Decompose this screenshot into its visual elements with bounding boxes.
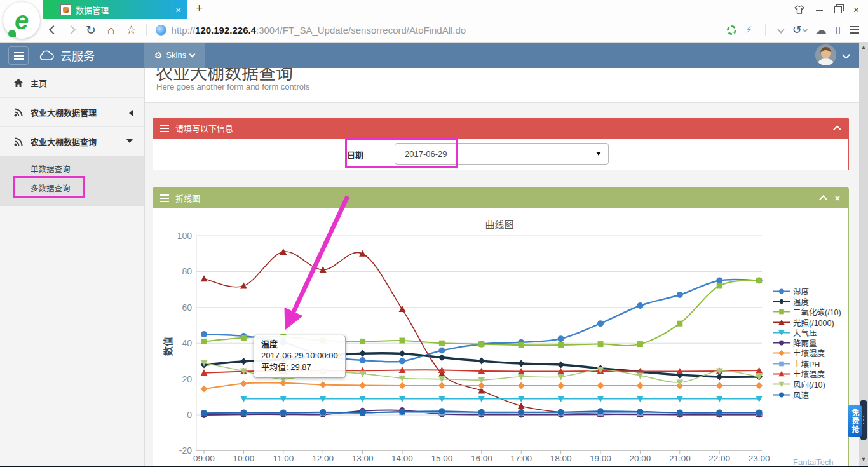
chart-panel-title: 折线图 [175, 192, 200, 204]
legend-item[interactable]: 土壤温度 [773, 369, 841, 379]
svg-text:80: 80 [182, 266, 192, 276]
svg-text:曲线图: 曲线图 [485, 219, 513, 230]
sidebar-item-label: 农业大棚数据查询 [31, 135, 97, 147]
url-text[interactable]: http://120.192.226.4:3004/FT_SA_Update/s… [172, 25, 466, 36]
skins-dropdown[interactable]: ⚙ Skins [144, 42, 205, 68]
legend-item[interactable]: 风向(/10) [773, 379, 841, 389]
sidebar-item-label: 主页 [31, 77, 47, 89]
form-panel-header[interactable]: 请填写以下信息 [153, 118, 849, 139]
svg-text:100: 100 [177, 231, 193, 241]
back-icon[interactable] [50, 25, 57, 35]
svg-text:0: 0 [187, 410, 192, 420]
chart-panel-header[interactable]: 折线图 × [153, 187, 849, 208]
tab-title: 数据管理 [76, 4, 175, 16]
scroll-up-icon[interactable]: ▲ [859, 44, 868, 50]
svg-text:12:00: 12:00 [312, 454, 334, 463]
refresh-icon[interactable]: ↻ [86, 24, 96, 36]
url-protocol: http:// [172, 25, 196, 36]
scroll-down-icon[interactable]: ▼ [859, 456, 868, 463]
sidebar-item-data-manage[interactable]: 农业大棚数据管理 [0, 98, 144, 127]
undo-icon[interactable]: ↺ [792, 23, 807, 37]
address-bar: ↻ ⌂ ☆ http://120.192.226.4:3004/FT_SA_Up… [44, 19, 868, 41]
sidebar-subitem-multi-query[interactable]: 多数据查询 [0, 179, 144, 198]
rss-icon [14, 137, 23, 146]
svg-text:18:00: 18:00 [550, 454, 572, 463]
legend-item[interactable]: 温度 [773, 296, 841, 306]
panel-close-icon[interactable]: × [835, 194, 840, 203]
sidebar-subitem-single-query[interactable]: 单数据查询 [0, 160, 144, 179]
window-close-icon[interactable]: × [853, 6, 859, 14]
skin-shirt-icon[interactable] [794, 5, 804, 15]
tab-close-icon[interactable]: × [175, 4, 181, 15]
minimize-icon[interactable] [816, 10, 823, 11]
legend-marker-icon [773, 287, 790, 295]
tooltip-value: 平均值: 29.87 [261, 362, 338, 373]
legend-marker-icon [773, 328, 790, 337]
bookmark-star-icon[interactable]: ☆ [126, 24, 136, 36]
collapse-chevron-icon[interactable] [819, 195, 827, 203]
home-icon[interactable]: ⌂ [107, 24, 114, 36]
legend-item[interactable]: 风速 [773, 389, 841, 400]
svg-text:19:00: 19:00 [590, 454, 611, 463]
forward-icon[interactable] [68, 25, 74, 35]
tab-favicon [60, 4, 71, 15]
page-subtitle: Here goes another form and form controls [156, 82, 309, 91]
url-host: 120.192.226.4 [195, 25, 256, 36]
skins-label: Skins [166, 50, 186, 60]
main-content: 农业大棚数据查询 Here goes another form and form… [144, 42, 859, 467]
legend-item[interactable]: 二氧化碳(/10) [773, 307, 841, 317]
legend-item[interactable]: 湿度 [773, 286, 841, 296]
browser-window: e 数据管理 × + × ↻ ⌂ ☆ http://120.192.226.4:… [0, 0, 868, 467]
browser-menu-icon[interactable] [850, 26, 859, 34]
window-controls: × [794, 5, 859, 15]
dropdown-chevron-icon[interactable] [777, 26, 784, 33]
app-brand[interactable]: 云服务 [38, 42, 95, 68]
extension-shutter-icon[interactable] [727, 25, 736, 35]
app-navbar: 云服务 ⚙ Skins [0, 42, 868, 68]
date-label: 日期 [347, 149, 363, 161]
address-bar-tools: ⚡ ↺ ☁ ▯ [727, 23, 868, 37]
legend-item[interactable]: 土壤PH [773, 358, 841, 369]
speed-bolt-icon[interactable]: ⚡ [745, 24, 752, 36]
restore-icon[interactable] [834, 6, 842, 13]
caret-down-icon [126, 139, 133, 143]
legend-marker-icon [773, 370, 790, 378]
form-panel-title: 请填写以下信息 [175, 122, 233, 134]
collapse-chevron-icon[interactable] [833, 125, 841, 133]
date-select-value: 2017-06-29 [405, 149, 447, 159]
browser-logo[interactable]: e [3, 2, 40, 39]
legend-marker-icon [773, 339, 790, 347]
sidebar: 主页 农业大棚数据管理 农业大棚数据查询 单数据查询 多数据查询 [0, 68, 145, 467]
svg-text:10:00: 10:00 [233, 454, 255, 463]
legend-label: 风速 [793, 389, 809, 401]
free-grab-badge[interactable]: 免费抢 [848, 405, 862, 437]
legend-item[interactable]: 大气压 [773, 327, 841, 337]
sidebar-toggle-button[interactable] [8, 46, 29, 65]
chart-area: 100806040200-2009:0010:0011:0012:0013:00… [153, 208, 848, 467]
svg-text:14:00: 14:00 [391, 454, 413, 463]
legend-marker-icon [773, 308, 790, 316]
cloud-sync-icon[interactable]: ☁ [816, 24, 827, 37]
sidebar-item-home[interactable]: 主页 [0, 68, 144, 98]
mobile-icon[interactable]: ▯ [836, 24, 841, 36]
panel-menu-icon [160, 194, 169, 202]
chart-legend: 湿度温度二氧化碳(/10)光照(/1000)大气压降雨量土壤湿度土壤PH土壤温度… [773, 286, 841, 400]
legend-item[interactable]: 降雨量 [773, 337, 841, 348]
home-icon [14, 79, 23, 87]
browser-tab[interactable]: 数据管理 × [43, 0, 187, 19]
svg-text:60: 60 [182, 302, 192, 313]
browser-scrollbar[interactable]: ▲ ▼ [859, 42, 868, 466]
legend-item[interactable]: 土壤湿度 [773, 348, 841, 358]
sidebar-item-label: 农业大棚数据管理 [31, 106, 97, 118]
date-select[interactable]: 2017-06-29 [395, 143, 609, 165]
new-tab-button[interactable]: + [196, 1, 203, 15]
brand-label: 云服务 [60, 47, 95, 64]
legend-marker-icon [773, 349, 790, 357]
chart-tooltip: 温度 2017-06-29 10:00:00 平均值: 29.87 [254, 335, 346, 378]
svg-text:16:00: 16:00 [471, 454, 492, 463]
sidebar-item-data-query[interactable]: 农业大棚数据查询 [0, 127, 144, 156]
user-menu-chevron-icon[interactable] [842, 51, 850, 59]
form-panel: 请填写以下信息 日期 2017-06-29 [153, 118, 849, 170]
avatar[interactable] [815, 44, 836, 65]
legend-item[interactable]: 光照(/1000) [773, 317, 841, 327]
